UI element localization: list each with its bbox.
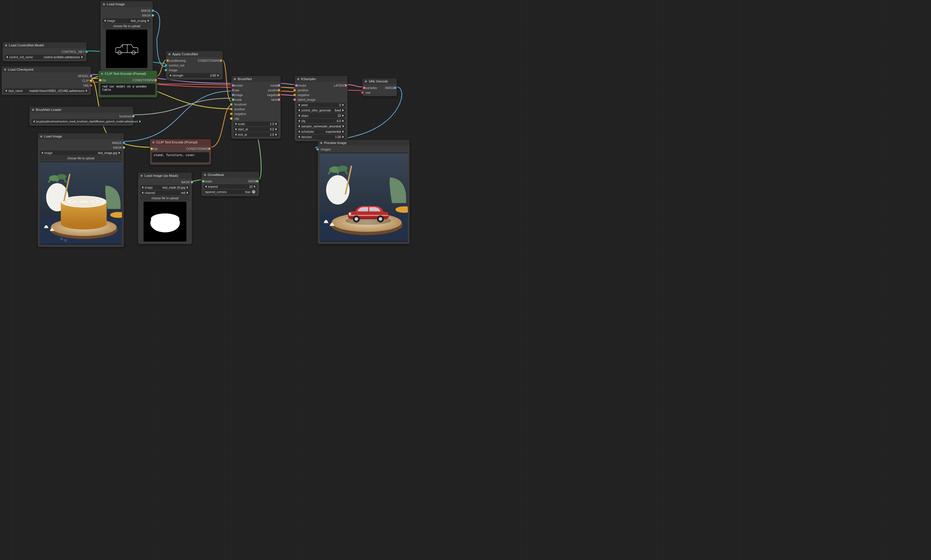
widget-controlnet-name[interactable]: control_net_namecontrol-scribble.safeten… bbox=[5, 55, 85, 59]
node-clip-text-negative[interactable]: CLIP Text Encode (Prompt) clip CONDITION… bbox=[150, 139, 211, 165]
widget-image[interactable]: imagetest_image.jpg bbox=[40, 151, 122, 155]
node-clip-text-positive[interactable]: CLIP Text Encode (Prompt) clip CONDITION… bbox=[98, 70, 157, 98]
widget-start-at[interactable]: start_at0.0 bbox=[233, 127, 279, 132]
widget-seed[interactable]: seed0 bbox=[296, 103, 346, 107]
node-title[interactable]: VAE Decode bbox=[363, 78, 397, 84]
image-preview-cake bbox=[40, 162, 122, 245]
widget-strength[interactable]: strength0.80 bbox=[168, 73, 221, 78]
node-ksampler[interactable]: KSampler modelLATENT positive negative l… bbox=[295, 76, 348, 142]
node-title[interactable]: BrushNet Loader bbox=[29, 107, 133, 113]
widget-image[interactable]: imagetest_cn.png bbox=[102, 18, 151, 23]
node-title[interactable]: GrowMask bbox=[202, 172, 259, 178]
image-preview-result bbox=[320, 153, 408, 242]
widget-expand[interactable]: expand10 bbox=[203, 184, 257, 189]
widget-end-at[interactable]: end_at1.0 bbox=[233, 132, 279, 137]
node-brushnet[interactable]: BrushNet modelmodel vaepositive imageneg… bbox=[231, 76, 281, 139]
image-preview-mask bbox=[144, 202, 187, 242]
node-title[interactable]: KSampler bbox=[295, 76, 347, 82]
node-growmask[interactable]: GrowMask mask MASK expand10 tapered_corn… bbox=[201, 171, 259, 196]
svg-point-22 bbox=[151, 214, 179, 224]
svg-point-7 bbox=[57, 174, 66, 180]
node-load-controlnet[interactable]: Load ControlNet Model CONTROL_NET contro… bbox=[2, 42, 87, 62]
node-preview-image[interactable]: Preview Image images bbox=[318, 140, 410, 244]
svg-point-17 bbox=[60, 237, 63, 240]
svg-rect-0 bbox=[106, 31, 147, 66]
widget-channel[interactable]: channelred bbox=[140, 191, 190, 195]
image-preview-lineart bbox=[106, 29, 147, 68]
widget-brushnet-path[interactable]: brushnetbrushnet/random_mask_brushnet_ck… bbox=[31, 119, 131, 124]
widget-control-after-generate[interactable]: control_after_generatefixed bbox=[296, 108, 346, 113]
widget-image[interactable]: imagetest_mask (6).jpg bbox=[140, 185, 190, 190]
widget-denoise[interactable]: denoise1.00 bbox=[296, 135, 346, 139]
widget-tapered[interactable]: tapered_cornerstrue bbox=[203, 189, 257, 194]
node-title[interactable]: Load Image (as Mask) bbox=[138, 173, 192, 178]
button-upload[interactable]: choose file to upload bbox=[40, 156, 122, 160]
node-title[interactable]: Preview Image bbox=[318, 140, 409, 146]
prompt-text-positive[interactable]: red car model on a wooden table bbox=[100, 84, 155, 95]
node-load-image-cake[interactable]: Load Image IMAGE MASK imagetest_image.jp… bbox=[38, 133, 124, 247]
node-title[interactable]: Load Image bbox=[100, 1, 153, 7]
node-title[interactable]: Load ControlNet Model bbox=[3, 42, 86, 48]
node-title[interactable]: BrushNet bbox=[232, 76, 281, 82]
svg-point-37 bbox=[349, 212, 351, 215]
svg-rect-32 bbox=[349, 215, 388, 216]
widget-steps[interactable]: steps20 bbox=[296, 113, 346, 118]
button-upload[interactable]: choose file to upload bbox=[140, 196, 190, 200]
node-load-image-lineart[interactable]: Load Image IMAGE MASK imagetest_cn.png c… bbox=[100, 1, 153, 71]
widget-scale[interactable]: scale1.0 bbox=[233, 122, 279, 126]
node-title[interactable]: CLIP Text Encode (Prompt) bbox=[150, 139, 211, 145]
svg-point-12 bbox=[61, 196, 107, 208]
widget-scheduler[interactable]: schedulerexponential bbox=[296, 129, 346, 134]
node-vae-decode[interactable]: VAE Decode samplesIMAGE vae bbox=[362, 78, 397, 96]
node-apply-controlnet[interactable]: Apply ControlNet conditioning CONDITIONI… bbox=[166, 51, 223, 80]
svg-point-18 bbox=[64, 239, 67, 242]
toggle-icon bbox=[252, 190, 255, 194]
widget-sampler-name[interactable]: sampler_nameeuler_ancestral bbox=[296, 124, 346, 129]
svg-point-36 bbox=[379, 217, 382, 221]
prompt-text-negative[interactable]: stand, furniture, cover bbox=[152, 152, 209, 162]
node-title[interactable]: Apply ControlNet bbox=[166, 51, 222, 57]
button-upload[interactable]: choose file to upload bbox=[102, 24, 151, 28]
node-title[interactable]: Load Checkpoint bbox=[2, 66, 91, 72]
node-load-image-mask[interactable]: Load Image (as Mask) MASK imagetest_mask… bbox=[138, 172, 192, 244]
node-title[interactable]: CLIP Text Encode (Prompt) bbox=[99, 71, 157, 77]
node-brushnet-loader[interactable]: BrushNet Loader brushnet brushnetbrushne… bbox=[29, 106, 133, 126]
widget-cfg[interactable]: cfg6.0 bbox=[296, 118, 346, 123]
node-load-checkpoint[interactable]: Load Checkpoint MODEL CLIP VAE ckpt_name… bbox=[2, 66, 91, 95]
svg-point-34 bbox=[355, 217, 358, 221]
widget-ckpt-name[interactable]: ckpt_namerealisticVisionV60B1_v51VAE.saf… bbox=[3, 88, 89, 93]
svg-point-27 bbox=[338, 166, 348, 171]
node-title[interactable]: Load Image bbox=[38, 133, 124, 139]
